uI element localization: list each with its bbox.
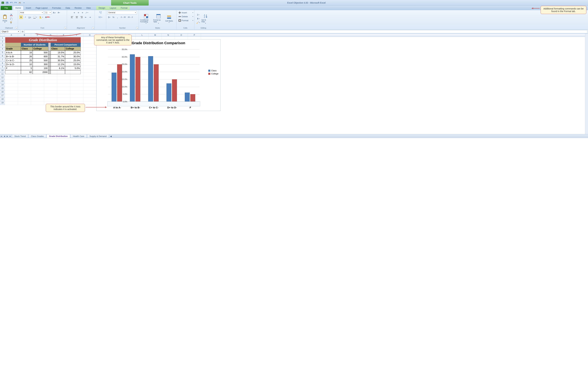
cell[interactable] xyxy=(57,87,70,91)
tab-formulas[interactable]: Formulas xyxy=(50,6,63,10)
sheet-nav-prev-icon[interactable]: ◀ xyxy=(3,135,6,138)
cell[interactable] xyxy=(83,47,96,51)
clear-icon[interactable]: 🧹 ▼ xyxy=(196,21,201,25)
cell[interactable] xyxy=(83,80,96,83)
cell[interactable] xyxy=(5,83,18,87)
cell[interactable] xyxy=(83,69,96,73)
align-left-icon[interactable] xyxy=(70,15,74,19)
align-right-icon[interactable] xyxy=(79,15,84,19)
tab-page-layout[interactable]: Page Layout xyxy=(33,6,50,10)
column-header[interactable]: L xyxy=(136,34,149,37)
cell[interactable] xyxy=(70,76,83,80)
cell[interactable] xyxy=(5,76,18,80)
cell[interactable] xyxy=(83,101,96,105)
cell[interactable] xyxy=(83,87,96,91)
bar[interactable] xyxy=(172,79,177,102)
vertical-scrollbar[interactable] xyxy=(585,34,588,134)
orientation-icon[interactable]: ⤢▼ xyxy=(85,11,89,14)
bar[interactable] xyxy=(190,94,195,102)
cell[interactable] xyxy=(83,55,96,58)
cell[interactable] xyxy=(70,87,83,91)
cell[interactable] xyxy=(70,80,83,83)
row-header[interactable]: 6 xyxy=(0,55,5,58)
shrink-font-icon[interactable]: A▼ xyxy=(57,11,61,14)
borders-icon[interactable]: ▼ xyxy=(32,15,38,19)
cell[interactable] xyxy=(18,76,31,80)
column-header[interactable]: D xyxy=(44,34,57,37)
cell[interactable] xyxy=(44,94,57,98)
row-header[interactable]: 3 xyxy=(0,44,5,47)
sheet-tab[interactable]: Health Care xyxy=(71,135,86,138)
name-box[interactable]: Chart 3▼ xyxy=(1,30,20,33)
cell[interactable] xyxy=(70,83,83,87)
cell[interactable] xyxy=(31,76,44,80)
sheet-tab[interactable]: Class Grades xyxy=(29,135,46,138)
format-cells-button[interactable]: 🔲 Format ▼ xyxy=(178,19,194,22)
tab-view[interactable]: View xyxy=(84,6,93,10)
cell[interactable] xyxy=(31,101,44,105)
cell[interactable] xyxy=(18,98,31,101)
cell[interactable] xyxy=(44,91,57,94)
cut-icon[interactable] xyxy=(9,13,14,17)
cell[interactable] xyxy=(44,76,57,80)
bar[interactable] xyxy=(167,83,171,102)
bar[interactable] xyxy=(135,57,140,102)
tab-data[interactable]: Data xyxy=(63,6,72,10)
file-tab[interactable]: File xyxy=(1,6,12,10)
row-header[interactable]: 17 xyxy=(0,94,5,98)
tab-insert[interactable]: Insert xyxy=(24,6,33,10)
bar[interactable] xyxy=(185,93,190,102)
font-launcher-icon[interactable]: ⬊ xyxy=(64,27,67,29)
row-header[interactable]: 11 xyxy=(0,73,5,76)
chart-legend[interactable]: Class College xyxy=(208,69,218,76)
fill-color-icon[interactable]: ▼ xyxy=(38,15,44,19)
cell[interactable] xyxy=(5,101,18,105)
sheet-tab[interactable]: Stock Trend xyxy=(12,135,28,138)
sheet-nav-next-icon[interactable]: ▶ xyxy=(6,135,9,138)
decrease-decimal-icon[interactable]: .00→.0 xyxy=(127,15,133,19)
column-header[interactable]: B xyxy=(18,34,31,37)
bold-button[interactable]: B xyxy=(19,15,23,19)
row-header[interactable]: 12 xyxy=(0,76,5,80)
row-header[interactable]: 16 xyxy=(0,91,5,94)
tab-layout[interactable]: Layout xyxy=(108,6,118,10)
tab-format[interactable]: Format xyxy=(118,6,130,10)
wrap-text-icon[interactable] xyxy=(98,11,103,14)
fill-icon[interactable]: ⬇ ▼ xyxy=(196,17,201,21)
row-header[interactable]: 10 xyxy=(0,69,5,73)
column-header[interactable]: E xyxy=(57,34,70,37)
cell[interactable] xyxy=(31,80,44,83)
cell[interactable] xyxy=(83,51,96,55)
cell[interactable] xyxy=(57,98,70,101)
bar[interactable] xyxy=(148,56,153,102)
align-center-icon[interactable] xyxy=(75,15,79,19)
cell[interactable] xyxy=(31,94,44,98)
cell[interactable] xyxy=(83,91,96,94)
row-header[interactable]: 13 xyxy=(0,80,5,83)
increase-indent-icon[interactable]: ⇥ xyxy=(88,15,92,19)
cell[interactable] xyxy=(18,101,31,105)
merge-center-icon[interactable]: a▼ xyxy=(98,15,103,19)
row-header[interactable]: 8 xyxy=(0,62,5,66)
sheet-tab[interactable]: Supply & Demand xyxy=(87,135,109,138)
cell[interactable] xyxy=(31,91,44,94)
cell[interactable] xyxy=(5,87,18,91)
cell[interactable] xyxy=(18,87,31,91)
embedded-chart[interactable]: Grade Distribution Comparison Class Coll… xyxy=(96,39,221,111)
tab-design[interactable]: Design xyxy=(96,6,107,10)
column-header[interactable]: M xyxy=(149,34,162,37)
cell[interactable] xyxy=(5,94,18,98)
copy-icon[interactable] xyxy=(9,17,14,21)
row-header[interactable]: 14 xyxy=(0,83,5,87)
bar[interactable] xyxy=(154,64,159,102)
font-size-combo[interactable]: 11▼ xyxy=(44,11,52,14)
cell[interactable] xyxy=(18,80,31,83)
bar[interactable] xyxy=(130,54,135,102)
save-icon[interactable] xyxy=(5,1,9,5)
cell[interactable] xyxy=(83,76,96,80)
row-header[interactable]: 15 xyxy=(0,87,5,91)
sheet-nav-first-icon[interactable]: ⏮ xyxy=(0,135,3,138)
sheet-tab[interactable]: Grade Distribution xyxy=(46,135,70,138)
font-name-combo[interactable]: Arial▼ xyxy=(19,11,44,14)
row-header[interactable]: 2 xyxy=(0,40,5,44)
